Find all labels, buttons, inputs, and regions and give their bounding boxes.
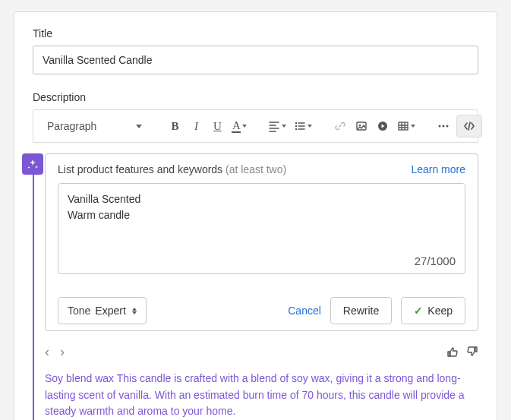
ai-actions-row: Tone Expert Cancel Rewrite ✓ Keep (58, 297, 465, 324)
features-title: List product features and keywords (58, 163, 222, 175)
features-hint: (at least two) (226, 163, 286, 175)
svg-point-1 (295, 125, 297, 127)
keep-button[interactable]: ✓ Keep (401, 297, 465, 324)
svg-point-2 (295, 128, 297, 130)
features-textarea[interactable]: Vanilla Scented Warm candle 27/1000 (58, 183, 465, 274)
generated-text: Soy blend wax This candle is crafted wit… (45, 371, 478, 420)
sort-arrows-icon (132, 308, 137, 314)
rewrite-button[interactable]: Rewrite (330, 297, 392, 324)
title-label: Title (33, 27, 478, 39)
link-icon (334, 120, 346, 132)
prev-generation-button[interactable]: › (45, 345, 49, 358)
learn-more-link[interactable]: Learn more (411, 163, 465, 175)
thumbs-up-button[interactable] (446, 346, 459, 358)
title-section: Title (33, 27, 478, 74)
tone-label: Tone (68, 305, 90, 317)
feedback-buttons (446, 346, 478, 358)
align-button[interactable] (265, 115, 289, 137)
cancel-button[interactable]: Cancel (288, 305, 321, 317)
tone-select[interactable]: Tone Expert (58, 297, 147, 324)
play-circle-icon (377, 120, 389, 132)
ellipsis-icon (437, 120, 449, 132)
description-label: Description (33, 91, 478, 103)
svg-point-7 (439, 125, 441, 128)
paragraph-dropdown-label: Paragraph (47, 120, 96, 132)
image-button[interactable] (352, 115, 371, 137)
features-header: List product features and keywords (at l… (58, 163, 465, 175)
char-count: 27/1000 (415, 254, 456, 267)
svg-point-8 (443, 125, 445, 128)
title-input[interactable] (33, 46, 478, 74)
list-button[interactable] (291, 115, 315, 137)
link-button[interactable] (330, 115, 350, 137)
features-box: List product features and keywords (at l… (45, 153, 478, 331)
table-button[interactable] (394, 115, 418, 137)
next-generation-button[interactable]: › (60, 345, 65, 358)
chevron-down-icon (411, 125, 415, 128)
features-textarea-content: Vanilla Scented Warm candle (68, 191, 456, 223)
sparkle-icon (27, 158, 39, 170)
thumbs-down-icon (466, 346, 478, 358)
text-color-button[interactable]: A (229, 115, 250, 137)
check-icon: ✓ (414, 305, 423, 317)
chevron-down-icon (242, 125, 247, 128)
svg-rect-6 (399, 122, 408, 130)
product-form-card: Title Description Paragraph B I U A (14, 11, 497, 420)
code-icon (463, 120, 475, 132)
more-button[interactable] (434, 115, 453, 137)
code-view-button[interactable] (456, 115, 482, 137)
chevron-down-icon (282, 125, 286, 128)
ai-sparkle-badge (22, 153, 43, 175)
align-left-icon (268, 120, 280, 132)
video-button[interactable] (373, 115, 393, 137)
bold-button[interactable]: B (165, 115, 185, 137)
svg-point-0 (295, 122, 297, 124)
svg-point-4 (359, 125, 361, 126)
paragraph-dropdown[interactable]: Paragraph (39, 115, 150, 137)
keep-button-label: Keep (427, 305, 453, 317)
generation-nav-row: › › (45, 345, 478, 358)
chevron-down-icon (308, 125, 312, 128)
description-section: Description Paragraph B I U A (33, 91, 478, 420)
generation-pager: › › (45, 345, 65, 358)
image-icon (355, 120, 367, 132)
italic-button[interactable]: I (186, 115, 206, 137)
table-icon (397, 120, 409, 132)
chevron-down-icon (136, 125, 142, 128)
rte-toolbar: Paragraph B I U A (33, 109, 478, 143)
list-icon (294, 120, 306, 132)
svg-point-9 (446, 125, 449, 128)
ai-assist-panel: List product features and keywords (at l… (33, 153, 478, 420)
underline-button[interactable]: U (207, 115, 227, 137)
thumbs-down-button[interactable] (466, 346, 478, 358)
tone-value: Expert (95, 305, 125, 317)
thumbs-up-icon (446, 346, 459, 358)
